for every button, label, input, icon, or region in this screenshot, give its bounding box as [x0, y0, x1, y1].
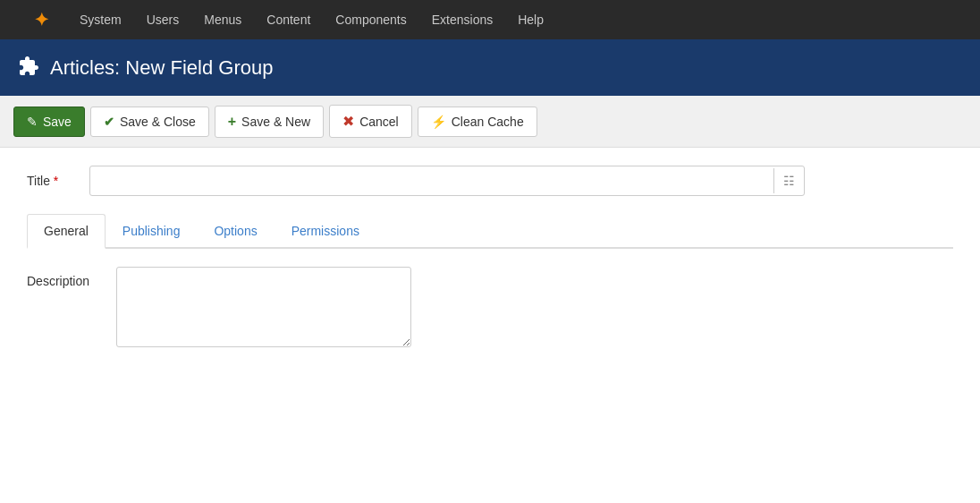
tab-options[interactable]: Options — [197, 214, 274, 249]
navbar-item-extensions[interactable]: Extensions — [419, 0, 505, 39]
save-close-label: Save & Close — [120, 115, 196, 129]
page-title: Articles: New Field Group — [50, 56, 273, 80]
plus-icon: + — [228, 114, 236, 130]
tab-publishing[interactable]: Publishing — [106, 214, 198, 249]
navbar-item-menus[interactable]: Menus — [191, 0, 254, 39]
description-textarea[interactable] — [116, 267, 411, 347]
required-indicator: * — [54, 174, 58, 188]
title-input-wrapper: ☷ — [89, 166, 805, 196]
cancel-label: Cancel — [359, 115, 399, 129]
navbar-item-users[interactable]: Users — [134, 0, 192, 39]
save-close-button[interactable]: ✔ Save & Close — [90, 107, 209, 137]
page-header: Articles: New Field Group — [0, 39, 980, 96]
navbar-item-system[interactable]: System — [67, 0, 134, 39]
cancel-icon: ✖ — [342, 113, 354, 130]
navbar-items: System Users Menus Content Components Ex… — [67, 0, 556, 39]
clean-cache-button[interactable]: ⚡ Clean Cache — [418, 107, 537, 137]
main-content: Title * ☷ General Publishing Options Per… — [0, 148, 980, 503]
clean-cache-label: Clean Cache — [452, 115, 524, 129]
navbar-item-help[interactable]: Help — [505, 0, 556, 39]
joomla-logo[interactable]: ✦ — [9, 7, 49, 32]
save-label: Save — [43, 115, 72, 129]
cancel-button[interactable]: ✖ Cancel — [329, 105, 412, 138]
description-field-group: Description — [27, 267, 953, 347]
title-field-group: Title * ☷ — [27, 166, 953, 196]
navbar-item-content[interactable]: Content — [254, 0, 323, 39]
save-new-label: Save & New — [241, 115, 310, 129]
save-icon: ✎ — [27, 115, 38, 129]
title-input[interactable] — [90, 166, 773, 195]
description-label: Description — [27, 267, 98, 288]
save-button[interactable]: ✎ Save — [13, 107, 85, 137]
save-new-button[interactable]: + Save & New — [215, 106, 324, 138]
navbar: ✦ System Users Menus Content Components … — [0, 0, 980, 39]
toolbar: ✎ Save ✔ Save & Close + Save & New ✖ Can… — [0, 96, 980, 148]
contact-card-icon: ☷ — [773, 168, 804, 193]
puzzle-icon — [18, 55, 39, 80]
tab-permissions[interactable]: Permissions — [275, 214, 376, 249]
lightning-icon: ⚡ — [431, 115, 446, 129]
title-label: Title * — [27, 174, 80, 188]
checkmark-icon: ✔ — [104, 115, 114, 129]
tabs-container: General Publishing Options Permissions — [27, 214, 953, 249]
tab-general[interactable]: General — [27, 214, 106, 249]
navbar-item-components[interactable]: Components — [323, 0, 418, 39]
